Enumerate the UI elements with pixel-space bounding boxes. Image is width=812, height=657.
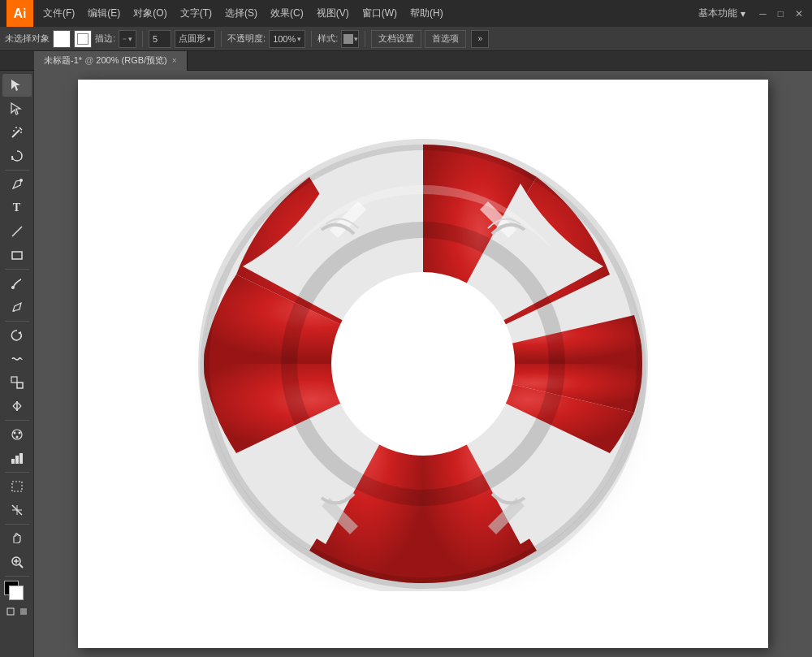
tab-bar: 未标题-1* @ 200% (RGB/预览) ×	[0, 51, 812, 71]
svg-rect-26	[12, 482, 22, 491]
magic-wand-tool-button[interactable]	[2, 121, 32, 144]
hand-tool-button[interactable]	[2, 527, 32, 550]
scale-tool-button[interactable]	[2, 371, 32, 394]
svg-rect-25	[19, 453, 23, 464]
ring-svg	[196, 136, 650, 591]
opacity-input[interactable]: 100% ▾	[269, 30, 305, 48]
preferences-button[interactable]: 首选项	[425, 30, 466, 48]
svg-rect-17	[17, 383, 23, 388]
artboard-tool-button[interactable]	[2, 475, 32, 498]
pencil-tool-button[interactable]	[2, 296, 32, 318]
stroke-swatch[interactable]	[74, 30, 92, 48]
options-bar: 未选择对象 描边: ▾ 5 点圆形 ▾ 不透明度: 100% ▾ 样式: ▾ 文…	[0, 27, 812, 51]
svg-rect-35	[20, 608, 27, 615]
main-area: T	[0, 71, 812, 657]
svg-point-41	[331, 272, 515, 456]
doc-settings-button[interactable]: 文档设置	[371, 30, 421, 48]
svg-line-31	[19, 564, 23, 568]
svg-marker-2	[11, 80, 20, 91]
svg-point-22	[15, 436, 18, 439]
warp-tool-button[interactable]	[2, 348, 32, 370]
svg-rect-1	[343, 34, 353, 44]
width-tool-button[interactable]	[2, 395, 32, 417]
menu-window[interactable]: 窗口(W)	[356, 3, 404, 24]
svg-point-7	[20, 132, 22, 133]
opacity-label: 不透明度:	[227, 32, 266, 45]
workspace-button[interactable]: 基本功能 ▾	[693, 5, 750, 22]
style-selector[interactable]: ▾	[341, 30, 359, 48]
svg-point-6	[15, 127, 17, 128]
maximize-button[interactable]: □	[775, 8, 786, 19]
menu-bar: 文件(F) 编辑(E) 对象(O) 文字(T) 选择(S) 效果(C) 视图(V…	[37, 3, 693, 24]
line-tool-button[interactable]	[2, 220, 32, 243]
full-screen-mode-button[interactable]	[18, 606, 29, 617]
lasso-tool-button[interactable]	[2, 145, 32, 167]
svg-point-20	[13, 432, 15, 434]
svg-line-5	[19, 128, 22, 130]
ai-logo: Ai	[6, 0, 33, 27]
svg-marker-15	[18, 331, 21, 335]
menu-select[interactable]: 选择(S)	[218, 3, 264, 24]
direct-selection-tool-button[interactable]	[2, 97, 32, 120]
toolbar: T	[0, 71, 34, 657]
selection-tool-button[interactable]	[2, 74, 32, 97]
close-button[interactable]: ✕	[793, 8, 806, 19]
brush-shape-selector[interactable]: 点圆形 ▾	[175, 30, 215, 48]
document-tab[interactable]: 未标题-1* @ 200% (RGB/预览) ×	[34, 51, 188, 71]
minimize-button[interactable]: ─	[757, 8, 769, 19]
no-selection-label: 未选择对象	[5, 32, 50, 45]
column-graph-tool-button[interactable]	[2, 447, 32, 469]
stroke-type-selector[interactable]: ▾	[119, 30, 136, 48]
menu-file[interactable]: 文件(F)	[37, 3, 81, 24]
slice-tool-button[interactable]	[2, 499, 32, 521]
svg-rect-16	[11, 377, 17, 383]
menu-effect[interactable]: 效果(C)	[264, 3, 310, 24]
brush-size-input[interactable]: 5	[149, 30, 171, 48]
tab-close-button[interactable]: ×	[172, 56, 177, 65]
pen-tool-button[interactable]	[2, 173, 32, 196]
style-label: 样式:	[317, 32, 338, 45]
menu-help[interactable]: 帮助(H)	[404, 3, 450, 24]
svg-point-8	[13, 130, 15, 132]
symbol-tool-button[interactable]	[2, 423, 32, 446]
doc-tab-name: 未标题-1* @ 200% (RGB/预览)	[44, 54, 167, 67]
screen-mode-buttons	[5, 606, 29, 617]
title-right: 基本功能 ▾ ─ □ ✕	[693, 5, 806, 22]
fill-color-swatch[interactable]	[53, 30, 71, 48]
canvas	[78, 80, 768, 648]
svg-point-13	[11, 286, 15, 289]
stroke-label: 描边:	[95, 32, 115, 45]
zoom-tool-button[interactable]	[2, 551, 32, 573]
svg-line-11	[12, 227, 22, 236]
rotate-tool-button[interactable]	[2, 324, 32, 347]
svg-point-10	[19, 179, 23, 182]
rectangle-tool-button[interactable]	[2, 244, 32, 266]
menu-type[interactable]: 文字(T)	[174, 3, 218, 24]
svg-rect-34	[7, 608, 14, 615]
svg-point-21	[18, 432, 20, 434]
canvas-area[interactable]	[34, 71, 812, 657]
color-fill-stroke[interactable]	[4, 581, 30, 603]
svg-rect-23	[11, 459, 15, 464]
extra-options-button[interactable]: »	[471, 30, 489, 48]
titlebar: Ai 文件(F) 编辑(E) 对象(O) 文字(T) 选择(S) 效果(C) 视…	[0, 0, 812, 27]
svg-rect-24	[15, 456, 19, 464]
menu-edit[interactable]: 编辑(E)	[81, 3, 127, 24]
paintbrush-tool-button[interactable]	[2, 272, 32, 295]
svg-marker-3	[11, 103, 20, 115]
menu-object[interactable]: 对象(O)	[127, 3, 173, 24]
type-tool-button[interactable]: T	[2, 197, 32, 219]
life-preserver-ring	[196, 136, 650, 591]
svg-rect-12	[12, 252, 22, 259]
menu-view[interactable]: 视图(V)	[310, 3, 356, 24]
normal-mode-button[interactable]	[5, 606, 16, 617]
